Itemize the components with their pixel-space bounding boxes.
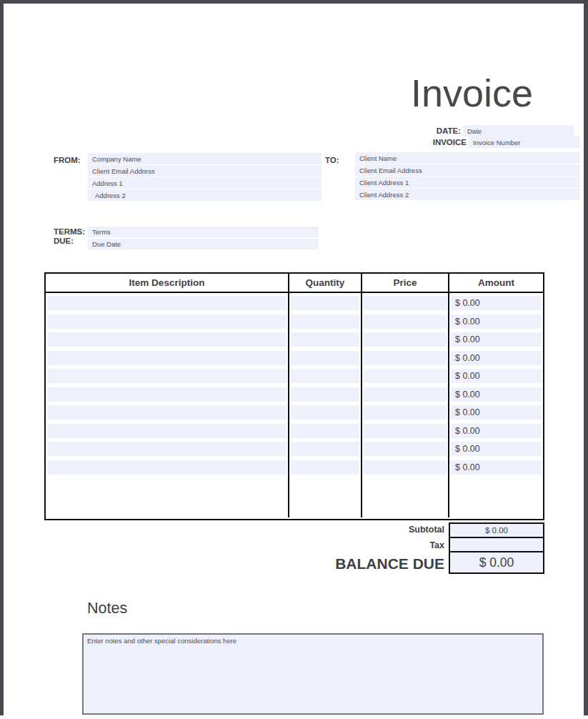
item-description-input[interactable] — [47, 296, 286, 310]
item-amount-value: $ 0.00 — [451, 314, 542, 329]
item-quantity-input[interactable] — [291, 460, 359, 475]
date-input[interactable] — [463, 125, 574, 137]
from-address2-input[interactable] — [88, 189, 322, 201]
from-company-name-input[interactable] — [88, 153, 322, 164]
item-quantity-input[interactable] — [291, 387, 359, 402]
item-description-input[interactable] — [47, 351, 286, 365]
items-table-header: Item Description Quantity Price Amount — [46, 274, 543, 293]
item-description-input[interactable] — [47, 442, 286, 456]
item-price-input[interactable] — [364, 387, 447, 402]
column-header-amount: Amount — [449, 274, 543, 292]
to-address2-input[interactable] — [355, 189, 580, 200]
to-email-input[interactable] — [355, 164, 580, 176]
item-description-input[interactable] — [47, 405, 286, 420]
item-amount-value: $ 0.00 — [451, 332, 542, 347]
item-price-input[interactable] — [364, 296, 447, 310]
item-description-input[interactable] — [47, 460, 286, 475]
item-quantity-input[interactable] — [291, 332, 359, 347]
item-price-input[interactable] — [364, 369, 447, 383]
items-table: Item Description Quantity Price Amount $… — [44, 272, 544, 520]
amount-column: $ 0.00$ 0.00$ 0.00$ 0.00$ 0.00$ 0.00$ 0.… — [449, 293, 543, 517]
notes-heading: Notes — [87, 600, 127, 618]
item-quantity-input[interactable] — [291, 296, 359, 310]
terms-input[interactable] — [88, 227, 319, 237]
item-price-input[interactable] — [364, 460, 447, 475]
to-client-name-input[interactable] — [355, 152, 580, 164]
item-amount-value: $ 0.00 — [451, 424, 542, 438]
item-amount-value: $ 0.00 — [451, 296, 542, 310]
invoice-page: Invoice DATE: INVOICE FROM: TO: TERMS: D… — [0, 0, 588, 719]
balance-due-label: BALANCE DUE — [335, 555, 444, 572]
item-description-input[interactable] — [47, 332, 286, 347]
price-column — [362, 293, 449, 517]
tax-value-field[interactable] — [449, 537, 544, 552]
item-price-input[interactable] — [364, 442, 447, 456]
item-quantity-input[interactable] — [291, 314, 359, 329]
item-amount-value: $ 0.00 — [451, 405, 542, 420]
due-date-input[interactable] — [88, 239, 319, 249]
to-label: TO: — [325, 156, 339, 164]
subtotal-value: $ 0.00 — [449, 522, 544, 538]
item-price-input[interactable] — [364, 424, 447, 438]
items-table-body: $ 0.00$ 0.00$ 0.00$ 0.00$ 0.00$ 0.00$ 0.… — [46, 293, 543, 517]
subtotal-label: Subtotal — [409, 525, 444, 535]
due-label: DUE: — [54, 237, 74, 245]
invoice-number-label: INVOICE — [433, 138, 467, 147]
item-description-input[interactable] — [47, 314, 286, 329]
item-quantity-input[interactable] — [291, 405, 359, 420]
item-amount-value: $ 0.00 — [451, 442, 542, 456]
item-description-input[interactable] — [47, 369, 286, 383]
item-quantity-input[interactable] — [291, 351, 359, 365]
item-quantity-input[interactable] — [291, 442, 359, 456]
item-price-input[interactable] — [364, 332, 447, 347]
item-price-input[interactable] — [364, 314, 447, 329]
tax-label: Tax — [429, 540, 444, 550]
column-header-quantity: Quantity — [289, 274, 362, 292]
item-description-input[interactable] — [47, 387, 286, 402]
page-title: Invoice — [411, 72, 533, 114]
from-label: FROM: — [54, 156, 81, 164]
item-price-input[interactable] — [364, 405, 447, 420]
item-amount-value: $ 0.00 — [451, 387, 542, 402]
item-description-column — [46, 293, 289, 517]
invoice-number-input[interactable] — [469, 137, 580, 148]
column-header-item-description: Item Description — [46, 274, 289, 292]
from-address1-input[interactable] — [88, 177, 322, 189]
item-amount-value: $ 0.00 — [451, 351, 542, 365]
item-quantity-input[interactable] — [291, 424, 359, 438]
to-address1-input[interactable] — [355, 177, 580, 188]
quantity-column — [289, 293, 362, 517]
notes-textarea[interactable] — [82, 633, 544, 715]
date-label: DATE: — [437, 127, 461, 135]
terms-label: TERMS: — [54, 227, 85, 236]
item-amount-value: $ 0.00 — [451, 460, 542, 475]
item-amount-value: $ 0.00 — [451, 369, 542, 383]
balance-due-value: $ 0.00 — [449, 551, 544, 574]
item-price-input[interactable] — [364, 351, 447, 365]
item-description-input[interactable] — [47, 424, 286, 438]
item-quantity-input[interactable] — [291, 369, 359, 383]
from-email-input[interactable] — [88, 165, 322, 177]
column-header-price: Price — [362, 274, 449, 292]
